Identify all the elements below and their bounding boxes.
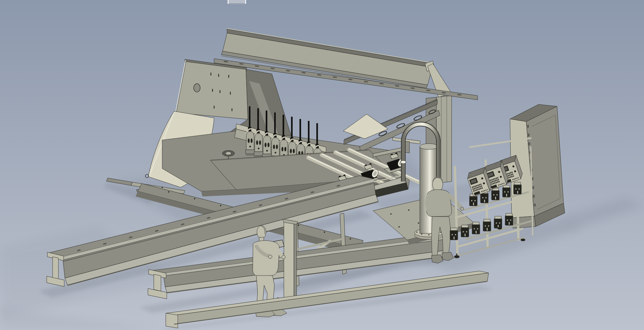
cad-render-canvas (0, 0, 644, 330)
feeder-module (505, 213, 513, 225)
cad-viewport[interactable] (0, 0, 644, 330)
operator-hand (269, 255, 272, 259)
cylinder-top (420, 144, 438, 149)
beam-b-end-web (154, 274, 161, 291)
tower-face (176, 62, 248, 119)
feeder-module (494, 216, 502, 228)
console-post (284, 221, 294, 300)
feeder-module (472, 222, 480, 234)
feeder-module (492, 188, 499, 200)
bolt (162, 187, 163, 188)
tower-hole (194, 84, 200, 92)
feeder-module (461, 225, 469, 237)
console-post-side (294, 223, 297, 300)
handwheel-hub (226, 152, 231, 155)
feeder-module (503, 185, 510, 197)
operator-hand (460, 207, 464, 211)
pipe-fitting (401, 160, 406, 164)
bar-end-face (166, 313, 178, 328)
selection-marker[interactable] (228, 0, 246, 3)
feeder-module (514, 182, 521, 194)
feeder-module (483, 219, 491, 231)
beam-a-end-web (53, 257, 58, 279)
operator-hand (282, 255, 286, 259)
feeder-module (450, 228, 458, 240)
